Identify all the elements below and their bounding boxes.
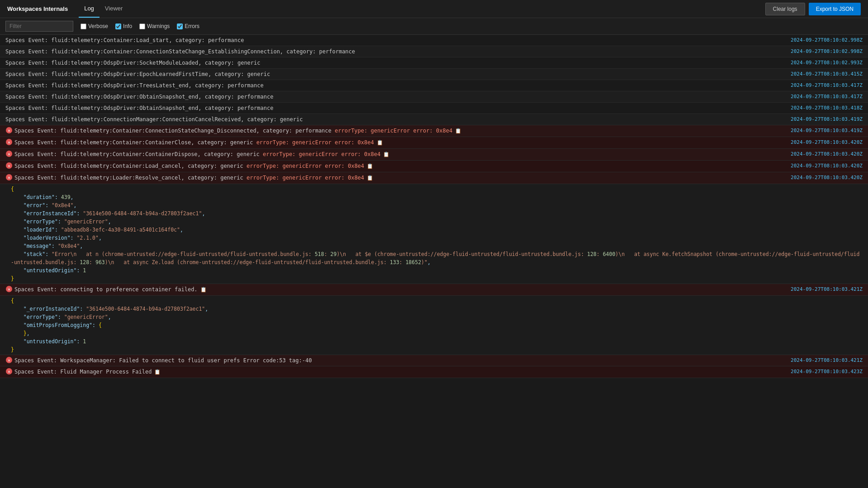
log-row: ✕Spaces Event: fluid:telemetry:Container… [0,137,868,149]
log-row: ✕Spaces Event: fluid:telemetry:Container… [0,149,868,161]
errors-checkbox-group[interactable]: Errors [177,23,199,29]
svg-text:✕: ✕ [8,358,10,363]
log-timestamp: 2024-09-27T08:10:03.417Z [782,92,863,101]
log-row: Spaces Event: fluid:telemetry:OdspDriver… [0,69,868,80]
copy-icon[interactable]: 📋 [367,174,373,183]
log-row: ✕Spaces Event: fluid:telemetry:Loader:Re… [0,172,868,184]
log-timestamp: 2024-09-27T08:10:03.421Z [782,356,863,365]
log-timestamp: 2024-09-27T08:10:03.415Z [782,70,863,79]
log-timestamp: 2024-09-27T08:10:03.419Z [782,115,863,124]
log-timestamp: 2024-09-27T08:10:03.418Z [782,104,863,113]
log-timestamp: 2024-09-27T08:10:02.993Z [782,58,863,67]
log-row: ✕Spaces Event: WorkspaceManager: Failed … [0,355,868,366]
log-timestamp: 2024-09-27T08:10:03.423Z [782,367,863,376]
verbose-checkbox-group[interactable]: Verbose [81,23,108,29]
log-json-block: { "duration": 439, "error": "0x8e4", "er… [0,184,868,284]
log-timestamp: 2024-09-27T08:10:03.421Z [782,285,863,294]
log-text: Spaces Event: Fluid Manager Process Fail… [14,367,782,377]
header: Workspaces Internals Log Viewer Clear lo… [0,0,868,18]
log-row: Spaces Event: fluid:telemetry:OdspDriver… [0,80,868,91]
log-area: Spaces Event: fluid:telemetry:Container:… [0,35,868,482]
log-text: Spaces Event: fluid:telemetry:OdspDriver… [5,70,782,79]
log-text: Spaces Event: fluid:telemetry:Container:… [5,36,782,45]
log-timestamp: 2024-09-27T08:10:03.420Z [782,138,863,147]
svg-text:✕: ✕ [8,369,10,374]
warnings-label: Warnings [147,23,170,29]
log-text: Spaces Event: fluid:telemetry:OdspDriver… [5,92,782,101]
log-text: Spaces Event: fluid:telemetry:OdspDriver… [5,58,782,67]
svg-text:✕: ✕ [8,152,10,156]
copy-icon[interactable]: 📋 [377,138,383,147]
header-actions: Clear logs Export to JSON [765,3,861,15]
log-timestamp: 2024-09-27T08:10:03.420Z [782,161,863,171]
log-timestamp: 2024-09-27T08:10:03.420Z [782,150,863,159]
copy-icon[interactable]: 📋 [455,127,461,136]
info-checkbox-group[interactable]: Info [115,23,132,29]
log-timestamp: 2024-09-27T08:10:03.419Z [782,126,863,135]
svg-text:✕: ✕ [8,140,10,145]
log-row: ✕Spaces Event: Fluid Manager Process Fai… [0,366,868,378]
error-icon: ✕ [5,151,13,157]
log-text: Spaces Event: fluid:telemetry:Container:… [14,161,782,171]
info-checkbox[interactable] [115,24,121,29]
log-row: Spaces Event: fluid:telemetry:Container:… [0,46,868,57]
log-text: Spaces Event: WorkspaceManager: Failed t… [14,356,782,365]
error-icon: ✕ [5,357,13,363]
copy-icon[interactable]: 📋 [154,368,161,377]
log-text: Spaces Event: fluid:telemetry:OdspDriver… [5,81,782,90]
log-row: Spaces Event: fluid:telemetry:Connection… [0,114,868,125]
log-text: Spaces Event: fluid:telemetry:Container:… [5,47,782,56]
log-row: ✕Spaces Event: fluid:telemetry:Container… [0,161,868,172]
export-json-button[interactable]: Export to JSON [809,3,861,15]
info-label: Info [123,23,132,29]
log-text: Spaces Event: fluid:telemetry:Container:… [14,126,782,136]
copy-icon[interactable]: 📋 [383,150,389,159]
app-title: Workspaces Internals [7,5,68,12]
log-timestamp: 2024-09-27T08:10:02.998Z [782,47,863,56]
error-icon: ✕ [5,368,13,374]
errors-label: Errors [185,23,199,29]
copy-icon[interactable]: 📋 [367,162,373,171]
log-timestamp: 2024-09-27T08:10:02.998Z [782,36,863,45]
errors-checkbox[interactable] [177,24,183,29]
log-row: ✕Spaces Event: fluid:telemetry:Container… [0,125,868,137]
log-row: Spaces Event: fluid:telemetry:OdspDriver… [0,57,868,69]
log-row: ✕Spaces Event: connecting to preference … [0,284,868,296]
tab-log[interactable]: Log [79,0,100,18]
log-timestamp: 2024-09-27T08:10:03.420Z [782,173,863,182]
error-icon: ✕ [5,286,13,292]
log-text: Spaces Event: fluid:telemetry:Connection… [5,115,782,124]
verbose-label: Verbose [88,23,108,29]
filter-input[interactable] [5,21,73,32]
error-icon: ✕ [5,139,13,145]
svg-text:✕: ✕ [8,128,10,133]
log-text: Spaces Event: connecting to preference c… [14,285,782,294]
warnings-checkbox[interactable] [139,24,145,29]
error-icon: ✕ [5,162,13,169]
copy-icon[interactable]: 📋 [200,285,207,294]
clear-logs-button[interactable]: Clear logs [765,3,805,15]
verbose-checkbox[interactable] [81,24,86,29]
log-timestamp: 2024-09-27T08:10:03.417Z [782,81,863,90]
log-row: Spaces Event: fluid:telemetry:OdspDriver… [0,103,868,114]
log-text: Spaces Event: fluid:telemetry:Container:… [14,150,782,159]
error-icon: ✕ [5,127,13,133]
log-text: Spaces Event: fluid:telemetry:Loader:Res… [14,173,782,183]
error-icon: ✕ [5,174,13,180]
log-text: Spaces Event: fluid:telemetry:Container:… [14,138,782,147]
nav-tabs: Log Viewer [79,0,128,18]
warnings-checkbox-group[interactable]: Warnings [139,23,170,29]
svg-text:✕: ✕ [8,175,10,180]
filter-bar: Verbose Info Warnings Errors [0,18,868,35]
log-row: Spaces Event: fluid:telemetry:Container:… [0,35,868,46]
tab-viewer[interactable]: Viewer [100,0,128,18]
svg-text:✕: ✕ [8,287,10,292]
svg-text:✕: ✕ [8,163,10,168]
log-text: Spaces Event: fluid:telemetry:OdspDriver… [5,104,782,113]
log-json-block: { "_errorInstanceId": "3614e500-6484-487… [0,296,868,355]
log-row: Spaces Event: fluid:telemetry:OdspDriver… [0,91,868,103]
